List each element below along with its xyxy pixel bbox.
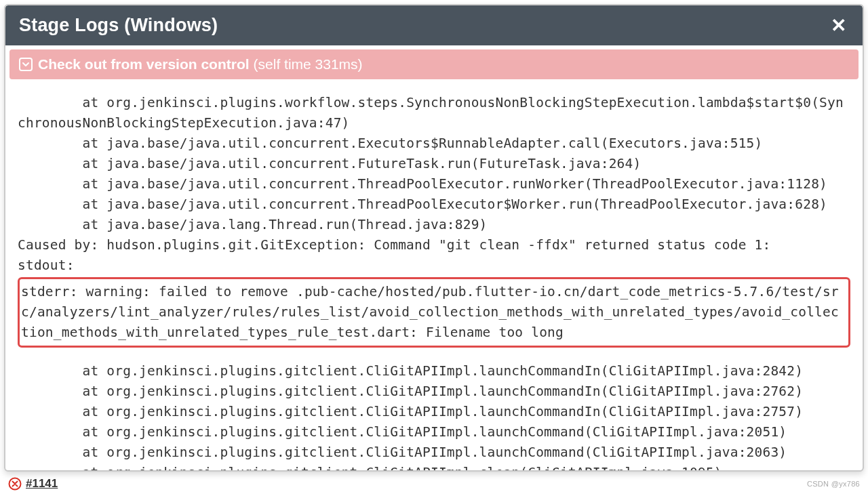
log-line: at org.jenkinsci.plugins.gitclient.CliGi…	[18, 442, 850, 463]
log-line: at org.jenkinsci.plugins.gitclient.CliGi…	[18, 361, 850, 381]
log-line: Caused by: hudson.plugins.git.GitExcepti…	[18, 235, 850, 255]
log-line: at org.jenkinsci.plugins.gitclient.CliGi…	[18, 402, 850, 422]
close-icon[interactable]: ✕	[828, 16, 849, 35]
log-line: at java.base/java.lang.Thread.run(Thread…	[18, 215, 850, 235]
modal-title: Stage Logs (Windows)	[19, 15, 218, 36]
log-line: at java.base/java.util.concurrent.Thread…	[18, 194, 850, 215]
log-line: at java.base/java.util.concurrent.Execut…	[18, 133, 850, 154]
log-line: stdout:	[18, 255, 850, 276]
error-highlight: stderr: warning: failed to remove .pub-c…	[18, 277, 850, 348]
step-self-time: (self time 331ms)	[254, 56, 363, 73]
log-line: at org.jenkinsci.plugins.gitclient.CliGi…	[18, 381, 850, 402]
step-name: Check out from version control	[38, 56, 250, 73]
chevron-down-icon	[19, 58, 33, 71]
footer-bar: #1141 CSDN @yx786	[8, 476, 860, 492]
log-line: at java.base/java.util.concurrent.Future…	[18, 154, 850, 174]
svg-rect-0	[20, 58, 32, 70]
log-line: at org.jenkinsci.plugins.gitclient.CliGi…	[18, 422, 850, 442]
error-icon	[8, 477, 22, 491]
log-line: at org.jenkinsci.plugins.workflow.steps.…	[18, 93, 850, 133]
modal-header: Stage Logs (Windows) ✕	[5, 5, 863, 45]
modal-body: Check out from version control (self tim…	[5, 45, 863, 470]
watermark-text: CSDN @yx786	[807, 480, 860, 488]
build-number-link[interactable]: #1141	[26, 477, 58, 491]
log-line: at java.base/java.util.concurrent.Thread…	[18, 174, 850, 194]
stage-logs-modal: Stage Logs (Windows) ✕ Check out from ve…	[4, 4, 864, 472]
log-line: at org.jenkinsci.plugins.gitclient.CliGi…	[18, 463, 850, 470]
log-line-error: stderr: warning: failed to remove .pub-c…	[21, 282, 844, 343]
log-output[interactable]: at org.jenkinsci.plugins.workflow.steps.…	[9, 73, 859, 470]
